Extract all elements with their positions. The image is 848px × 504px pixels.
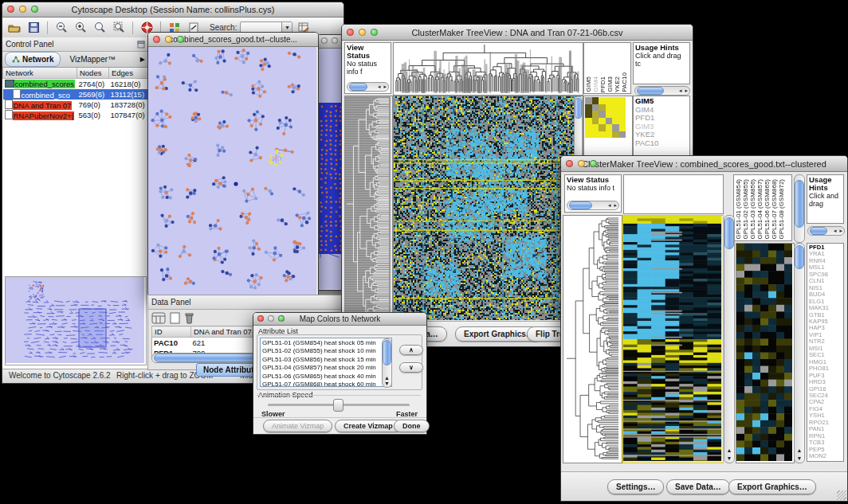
attribute-column-header[interactable]: ID [152,326,191,338]
usage-hints-scrollbar[interactable]: ◂ ▸ [634,86,690,96]
attribute-item[interactable]: GPL51-03 (GSM856) heat shock 15 min [262,356,390,364]
network-row[interactable]: combined_sco2569(6)13112(15) [3,89,148,100]
attribute-item[interactable]: GPL51-04 (GSM857) heat shock 20 min [262,364,390,372]
close-button[interactable] [257,315,264,322]
network-column-header[interactable]: Nodes [77,68,108,79]
matrix-cell [619,118,626,125]
close-button[interactable] [347,29,354,36]
zoom-button[interactable] [371,29,378,36]
select-attributes-icon[interactable] [151,312,166,324]
column-dendrogram[interactable] [623,174,724,214]
network-overview-panel[interactable] [5,276,147,365]
column-dendrogram[interactable] [393,42,583,96]
close-button[interactable] [153,36,160,43]
zoom-vscrollbar[interactable]: ▲▼ [794,243,805,463]
close-button[interactable] [7,6,14,13]
tab-vizmapper[interactable]: VizMapper™ [63,53,122,66]
array-column-labels: GPL51-01 (GSM854)GPL51-02 (GSM855)GPL51-… [733,174,792,241]
gene-label[interactable]: MON2 [809,453,842,459]
done-button[interactable]: Done [394,420,430,432]
gene-label[interactable]: PFD1 [635,114,688,123]
main-titlebar[interactable]: Cytoscape Desktop (Session Name: collins… [2,2,344,18]
matrix-cell [585,97,592,104]
save-data-button[interactable]: Save Data… [666,479,730,494]
matrix-cell [606,97,613,104]
minimize-button[interactable] [359,29,366,36]
attribute-list-scrollbar[interactable]: ▲▼ [382,338,392,388]
treeview-combined-window: ClusterMaker TreeView : combined_scores_… [560,155,848,502]
zoom-button[interactable] [177,36,184,43]
tabs-more-button[interactable]: ▶ [140,56,145,63]
network-view-window: combined_scores_good.txt--cluste... [147,32,319,296]
minimize-button[interactable] [165,36,172,43]
view-status-scrollbar[interactable]: ◂ ▸ [567,201,619,210]
gene-label[interactable]: GIM5 [635,97,688,106]
view-status-scrollbar[interactable]: ◂ ▸ [347,82,389,92]
close-button[interactable] [321,37,328,44]
attribute-item[interactable]: GPL51-07 (GSM868) heat shock 60 min [262,381,390,387]
settings-button[interactable]: Settings… [607,479,664,494]
attribute-list[interactable]: GPL51-01 (GSM854) heat shock 05 minGPL51… [260,338,392,387]
tab-network[interactable]: Network [5,52,61,67]
zoom-button[interactable] [31,6,38,13]
zoom-in-icon[interactable] [73,21,88,35]
network-row[interactable]: RNAPuberNov2+|563(0)107847(0) [3,110,148,120]
zoom-button[interactable] [278,315,285,322]
network-column-header[interactable]: Edges [108,68,147,79]
matrix-column-labels: GIM5GIM4PFD1GIM3YKE2PAC10 [583,42,631,94]
heatmap-main[interactable] [393,96,583,322]
network-name: RNAPuberNov2+| [13,111,75,120]
view-status-title: View Status [347,43,370,60]
view-status-text: No status info f [347,60,377,76]
new-attribute-icon[interactable] [170,312,180,324]
animation-speed-slider-thumb[interactable] [333,399,344,412]
close-button[interactable] [566,160,573,167]
zoom-button[interactable] [590,160,597,167]
usage-hints-scrollbar[interactable]: ◂ ▸ [807,226,845,236]
export-graphics-button[interactable]: Export Graphics… [728,479,816,494]
animate-vizmap-button[interactable]: Animate Vizmap [263,420,332,432]
usage-hints-title: Usage Hints [809,175,832,192]
column-label: GPL51-06 (GSM865) [764,179,771,240]
file-icon [5,100,13,109]
minimize-button[interactable] [332,37,338,44]
matrix-cell [592,131,599,139]
row-dendrogram[interactable] [563,215,622,463]
correlation-matrix[interactable] [585,97,626,138]
column-label: GPL51-08 (GSM872) [778,179,785,240]
gene-list[interactable]: PFD1YRA1RNR4MSL1SPC98CLN1NIS1BUD4ELG1MAK… [807,243,844,462]
zoom-fit-icon[interactable] [92,21,108,35]
minimize-button[interactable] [268,315,274,322]
zoom-out-icon[interactable] [53,21,69,35]
gene-label[interactable]: PAC10 [635,139,688,148]
float-panel-icon[interactable] [137,41,145,49]
delete-attribute-icon[interactable] [184,312,194,324]
column-label: PFD1 [599,76,607,92]
header-vscrollbar[interactable] [794,174,805,243]
attribute-item[interactable]: GPL51-02 (GSM855) heat shock 10 min [262,347,390,355]
column-label: GIM5 [585,76,592,92]
heatmap-vscrollbar[interactable]: ▲▼ [724,215,735,463]
minimize-button[interactable] [578,160,585,167]
heatmap-zoom[interactable] [736,243,795,463]
save-icon[interactable] [26,21,41,35]
attribute-item[interactable]: GPL51-01 (GSM854) heat shock 05 min [262,339,390,347]
zoom-selected-icon[interactable] [111,21,127,35]
network-canvas[interactable] [148,47,316,295]
move-down-button[interactable]: ∨ [399,362,423,373]
network-row[interactable]: DNA and Tran 07769(0)183728(0) [3,100,148,110]
open-file-icon[interactable] [6,21,22,35]
heatmap-main[interactable] [622,215,724,463]
network-tab-icon [12,56,20,63]
matrix-cell [585,118,592,125]
gene-label[interactable]: YKE2 [635,131,688,139]
create-vizmap-button[interactable]: Create Vizmap [335,420,402,432]
minimize-button[interactable] [19,6,26,13]
network-row[interactable]: combined_scores2764(0)16218(0) [3,79,148,90]
resize-grip[interactable] [837,490,846,500]
move-up-button[interactable]: ∧ [399,345,423,355]
network-column-header[interactable]: Network [3,68,77,79]
row-dendrogram[interactable] [344,96,393,322]
attribute-item[interactable]: GPL51-06 (GSM865) heat shock 40 min [262,373,390,381]
matrix-cell [606,124,613,131]
